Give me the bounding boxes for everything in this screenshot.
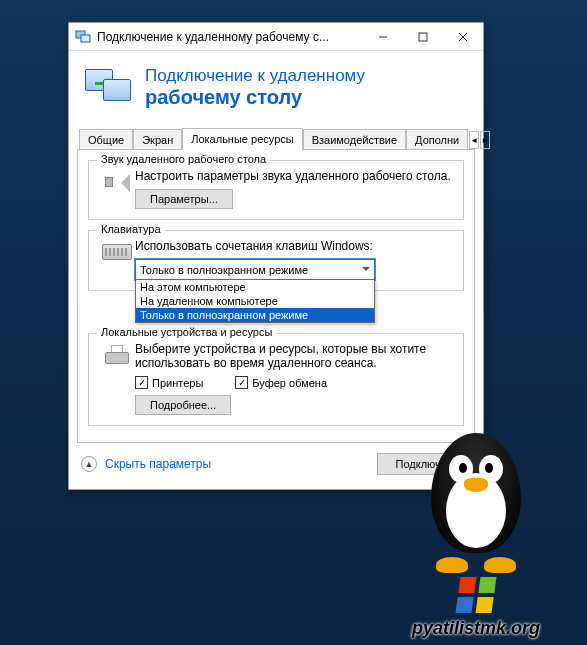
tabstrip: Общие Экран Локальные ресурсы Взаимодейс… <box>77 127 475 149</box>
tab-panel-local-resources: Звук удаленного рабочего стола Настроить… <box>77 149 475 443</box>
titlebar[interactable]: Подключение к удаленному рабочему с... <box>69 23 483 51</box>
windows-logo-icon <box>455 577 496 613</box>
dialog-header: Подключение к удаленному рабочему столу <box>69 51 483 127</box>
watermark-text: pyatilistmk.org <box>371 618 581 639</box>
svg-rect-3 <box>419 33 427 41</box>
keyboard-option-2[interactable]: Только в полноэкранном режиме <box>136 308 374 322</box>
speaker-icon <box>99 169 135 209</box>
group-remote-audio: Звук удаленного рабочего стола Настроить… <box>88 160 464 220</box>
tab-scroll-left[interactable]: ◄ <box>469 131 479 149</box>
rdc-dialog: Подключение к удаленному рабочему с... П… <box>68 22 484 490</box>
checkmark-icon: ✓ <box>135 376 148 389</box>
tab-local-resources[interactable]: Локальные ресурсы <box>182 128 302 150</box>
maximize-button[interactable] <box>403 23 443 51</box>
keyboard-icon <box>99 239 135 280</box>
local-desc: Выберите устройства и ресурсы, которые в… <box>135 342 453 370</box>
more-devices-button[interactable]: Подробнее... <box>135 395 231 415</box>
keyboard-combo-selected[interactable]: Только в полноэкранном режиме <box>135 259 375 280</box>
tab-scroll-right[interactable]: ► <box>480 131 490 149</box>
group-local-devices: Локальные устройства и ресурсы Выберите … <box>88 333 464 426</box>
printers-checkbox[interactable]: ✓ Принтеры <box>135 376 203 389</box>
minimize-button[interactable] <box>363 23 403 51</box>
group-legend-keyboard: Клавиатура <box>97 223 165 235</box>
tab-display[interactable]: Экран <box>133 129 182 150</box>
printers-label: Принтеры <box>152 377 203 389</box>
group-legend-local: Локальные устройства и ресурсы <box>97 326 276 338</box>
tux-icon <box>401 423 551 573</box>
keyboard-option-1[interactable]: На удаленном компьютере <box>136 294 374 308</box>
clipboard-label: Буфер обмена <box>252 377 327 389</box>
keyboard-combo[interactable]: Только в полноэкранном режиме На этом ко… <box>135 259 375 280</box>
close-button[interactable] <box>443 23 483 51</box>
group-legend-audio: Звук удаленного рабочего стола <box>97 153 270 165</box>
printer-icon <box>99 342 135 415</box>
watermark: pyatilistmk.org <box>371 423 581 639</box>
header-line1: Подключение к удаленному <box>145 66 365 86</box>
clipboard-checkbox[interactable]: ✓ Буфер обмена <box>235 376 327 389</box>
keyboard-option-0[interactable]: На этом компьютере <box>136 280 374 294</box>
keyboard-desc: Использовать сочетания клавиш Windows: <box>135 239 453 253</box>
app-icon <box>75 29 91 45</box>
header-line2: рабочему столу <box>145 86 365 109</box>
checkmark-icon: ✓ <box>235 376 248 389</box>
hide-options-link[interactable]: Скрыть параметры <box>105 457 211 471</box>
rdc-logo-icon <box>83 65 135 109</box>
audio-settings-button[interactable]: Параметры... <box>135 189 233 209</box>
window-title: Подключение к удаленному рабочему с... <box>97 30 363 44</box>
audio-desc: Настроить параметры звука удаленного раб… <box>135 169 453 183</box>
chevron-up-icon[interactable]: ▲ <box>81 456 97 472</box>
tab-advanced[interactable]: Дополни <box>406 129 468 150</box>
group-keyboard: Клавиатура Использовать сочетания клавиш… <box>88 230 464 291</box>
svg-rect-1 <box>81 35 90 42</box>
keyboard-combo-dropdown: На этом компьютере На удаленном компьюте… <box>135 279 375 323</box>
tab-experience[interactable]: Взаимодействие <box>303 129 406 150</box>
tab-general[interactable]: Общие <box>79 129 133 150</box>
